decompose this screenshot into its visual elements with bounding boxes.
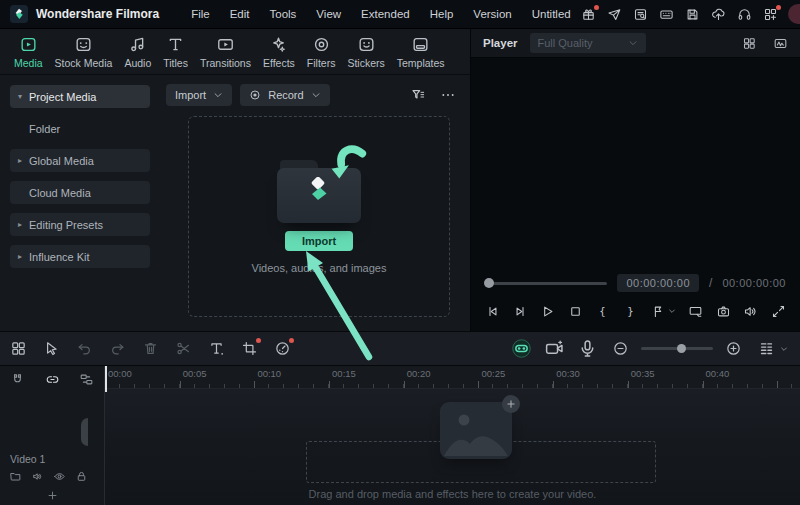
scopes-icon[interactable] bbox=[773, 36, 788, 51]
media-import-dropzone[interactable]: Import Videos, audios, and images bbox=[188, 116, 450, 317]
menu-item-help[interactable]: Help bbox=[420, 8, 464, 20]
save-icon[interactable] bbox=[685, 7, 700, 22]
sidebar-item-cloud-media[interactable]: Cloud Media bbox=[10, 181, 150, 204]
chevron-down-icon bbox=[628, 38, 638, 48]
menu-item-tools[interactable]: Tools bbox=[260, 8, 307, 20]
expand-arrow-icon: ▾ bbox=[18, 92, 29, 101]
seek-knob[interactable] bbox=[484, 278, 494, 288]
sidebar-item-project-media[interactable]: ▾ Project Media bbox=[10, 85, 150, 108]
player-seek-bar[interactable] bbox=[485, 282, 607, 285]
snap-icon[interactable] bbox=[10, 372, 25, 387]
menubar-icons bbox=[581, 7, 778, 22]
import-dropdown-button[interactable]: Import bbox=[166, 84, 232, 106]
ruler-segment: 00:30 bbox=[553, 366, 628, 388]
purchase-button[interactable]: Purchase bbox=[788, 4, 800, 24]
fullscreen-icon[interactable] bbox=[771, 304, 786, 319]
delete-icon[interactable] bbox=[142, 340, 159, 357]
tab-audio[interactable]: Audio bbox=[118, 33, 157, 71]
menu-item-view[interactable]: View bbox=[306, 8, 351, 20]
tab-titles[interactable]: Titles bbox=[157, 33, 194, 71]
asset-tabbar: Media Stock Media Audio Titles Transitio… bbox=[0, 29, 470, 75]
tab-media[interactable]: Media bbox=[8, 33, 49, 71]
tab-templates[interactable]: Templates bbox=[391, 33, 451, 71]
playhead[interactable] bbox=[105, 366, 107, 392]
gift-icon[interactable] bbox=[581, 7, 596, 22]
record-dropdown-button[interactable]: Record bbox=[240, 84, 329, 106]
snapshot-icon[interactable] bbox=[716, 304, 731, 319]
tab-stock-media[interactable]: Stock Media bbox=[49, 33, 119, 71]
volume-icon[interactable] bbox=[743, 304, 758, 319]
import-button[interactable]: Import bbox=[285, 231, 353, 251]
timeline-ruler[interactable]: 00:0000:0500:1000:1500:2000:2500:3000:35… bbox=[105, 366, 800, 389]
transport-controls: { } bbox=[471, 295, 800, 331]
timeline-zoom-slider[interactable] bbox=[641, 347, 713, 350]
zoom-knob[interactable] bbox=[677, 344, 686, 353]
layout-icon[interactable] bbox=[10, 340, 27, 357]
changelog-icon[interactable] bbox=[633, 7, 648, 22]
marker-icon[interactable] bbox=[651, 304, 676, 319]
menu-item-file[interactable]: File bbox=[181, 8, 220, 20]
ruler-segment: 00:00 bbox=[105, 366, 180, 388]
main-area: Media Stock Media Audio Titles Transitio… bbox=[0, 29, 800, 331]
menu-item-extended[interactable]: Extended bbox=[351, 8, 420, 20]
screen-record-icon[interactable] bbox=[546, 340, 563, 357]
track-height-icon[interactable] bbox=[758, 340, 775, 357]
text-tool-icon[interactable] bbox=[208, 340, 225, 357]
svg-text:}: } bbox=[627, 304, 633, 317]
support-icon[interactable] bbox=[737, 7, 752, 22]
mark-in-icon[interactable]: { bbox=[595, 304, 610, 319]
sidebar-item-folder[interactable]: Folder bbox=[10, 117, 150, 140]
speed-ramp-icon[interactable] bbox=[274, 340, 291, 357]
panel-collapse-handle[interactable] bbox=[81, 418, 88, 446]
ai-assistant-icon[interactable] bbox=[513, 340, 530, 357]
track-visibility-icon[interactable] bbox=[53, 470, 66, 483]
promotion-icon[interactable] bbox=[607, 7, 622, 22]
filter-icon[interactable] bbox=[410, 87, 426, 103]
voiceover-mic-icon[interactable] bbox=[579, 340, 596, 357]
chevron-down-icon[interactable] bbox=[780, 345, 788, 353]
mirror-display-icon[interactable] bbox=[688, 304, 703, 319]
zoom-out-icon[interactable] bbox=[612, 340, 629, 357]
cloud-upload-icon[interactable] bbox=[711, 7, 726, 22]
multi-view-icon[interactable] bbox=[742, 36, 757, 51]
sidebar-item-editing-presets[interactable]: ▸ Editing Presets bbox=[10, 213, 150, 236]
menu-item-version[interactable]: Version bbox=[463, 8, 521, 20]
effects-icon bbox=[269, 35, 288, 54]
split-icon[interactable] bbox=[175, 340, 192, 357]
previous-frame-icon[interactable] bbox=[485, 304, 500, 319]
tab-filters[interactable]: Filters bbox=[301, 33, 342, 71]
mark-out-icon[interactable]: } bbox=[623, 304, 638, 319]
sidebar-item-influence-kit[interactable]: ▸ Influence Kit bbox=[10, 245, 150, 268]
track-lock-icon[interactable] bbox=[75, 470, 88, 483]
add-track-icon[interactable] bbox=[47, 490, 58, 501]
zoom-in-icon[interactable] bbox=[725, 340, 742, 357]
auto-ripple-icon[interactable] bbox=[79, 372, 94, 387]
track-folder-icon[interactable] bbox=[9, 470, 22, 483]
select-tool-icon[interactable] bbox=[43, 340, 60, 357]
expand-arrow-icon: ▸ bbox=[18, 156, 29, 165]
ruler-segment: 00:20 bbox=[404, 366, 479, 388]
tab-transitions[interactable]: Transitions bbox=[194, 33, 257, 71]
quality-select[interactable]: Full Quality bbox=[530, 33, 646, 53]
tab-stickers[interactable]: Stickers bbox=[341, 33, 390, 71]
more-options-icon[interactable] bbox=[440, 87, 456, 103]
keyboard-shortcuts-icon[interactable] bbox=[659, 7, 674, 22]
sidebar-item-global-media[interactable]: ▸ Global Media bbox=[10, 149, 150, 172]
menu-item-untitled[interactable]: Untitled bbox=[522, 8, 581, 20]
templates-icon bbox=[411, 35, 430, 54]
apps-icon[interactable] bbox=[763, 7, 778, 22]
timeline-track-area[interactable]: Drag and drop media and effects here to … bbox=[105, 389, 800, 505]
record-icon bbox=[249, 89, 261, 101]
menu-item-edit[interactable]: Edit bbox=[220, 8, 260, 20]
undo-icon[interactable] bbox=[76, 340, 93, 357]
track-volume-icon[interactable] bbox=[31, 470, 44, 483]
link-icon[interactable] bbox=[45, 372, 60, 387]
chevron-down-icon bbox=[213, 90, 223, 100]
next-frame-icon[interactable] bbox=[513, 304, 528, 319]
redo-icon[interactable] bbox=[109, 340, 126, 357]
tab-effects[interactable]: Effects bbox=[257, 33, 301, 71]
add-media-badge-icon bbox=[502, 395, 520, 413]
crop-icon[interactable] bbox=[241, 340, 258, 357]
stop-icon[interactable] bbox=[568, 304, 583, 319]
play-icon[interactable] bbox=[540, 304, 555, 319]
